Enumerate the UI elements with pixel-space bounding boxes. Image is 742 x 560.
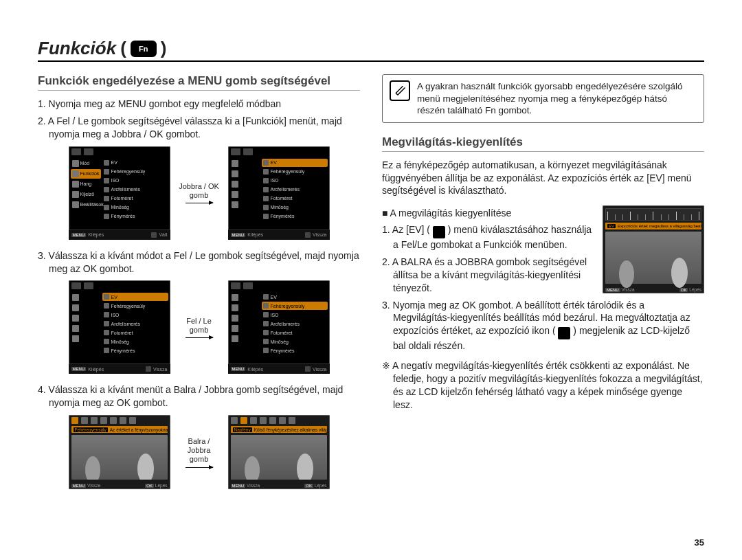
arrow-1: Jobbra / OK gomb	[177, 182, 221, 203]
lcd-menu-d: EV Fehéregyensúly ISO Arcfelismerés Foto…	[228, 280, 330, 374]
step-3: 3. Válassza ki a kívánt módot a Fel / Le…	[38, 249, 360, 276]
left-column: Funkciók engedélyezése a MENU gomb segít…	[38, 74, 360, 499]
arrow-2: Fel / Le gomb	[177, 317, 221, 338]
ev-plusminus-icon: ±	[433, 226, 445, 238]
page-title-row: Funkciók ( Fn )	[38, 38, 704, 62]
lcd-menu-b: EV Fehéregyensúly ISO Arcfelismerés Foto…	[228, 146, 330, 240]
step-4: 4. Válassza ki a kívánt menüt a Balra / …	[38, 383, 360, 410]
page-title: Funkciók	[38, 38, 116, 59]
camera-fn-icon: Fn	[131, 41, 157, 57]
paren-open: (	[120, 38, 126, 59]
lcd-photo-b: NapfényKülső fényképezéshez alkalmas vil…	[228, 415, 330, 489]
page-number: 35	[695, 537, 704, 548]
step-1: 1. Nyomja meg az MENU gombot egy megfele…	[38, 98, 360, 111]
arrow-3: Balra / Jobbra gomb	[177, 437, 221, 468]
right-subtitle: Megvilágítás-kiegyenlítés	[382, 135, 704, 152]
tip-text: A gyakran használt funkciók gyorsabb eng…	[417, 80, 697, 117]
left-subtitle: Funkciók engedélyezése a MENU gomb segít…	[38, 74, 360, 91]
step-2: 2. A Fel / Le gombok segítségével válass…	[38, 115, 360, 141]
tip-box: A gyakran használt funkciók gyorsabb eng…	[382, 74, 704, 123]
screens-row-3: FehéregyensúlyAz értéket a fényviszonyok…	[38, 415, 360, 489]
ev-intro: Ez a fényképezőgép automatikusan, a körn…	[382, 159, 704, 198]
screens-row-2: EV Fehéregyensúly ISO Arcfelismerés Foto…	[38, 280, 360, 374]
lcd-photo-a: FehéregyensúlyAz értéket a fényviszonyok…	[69, 415, 170, 489]
paren-close: )	[161, 38, 167, 59]
screens-row-1: Mód Funkciók Hang Kijelző Beállítások EV…	[38, 146, 360, 240]
ev-note: ※ A negatív megvilágítás-kiegyenlítés ér…	[382, 359, 704, 412]
ev-step-3: 3. Nyomja meg az OK gombot. A beállított…	[382, 299, 704, 353]
lcd-menu-a: Mód Funkciók Hang Kijelző Beállítások EV…	[69, 146, 170, 240]
right-column: A gyakran használt funkciók gyorsabb eng…	[382, 74, 704, 499]
lcd-ev: EVExpozíciós érték megadása a világosság…	[603, 205, 704, 293]
note-icon	[390, 80, 410, 101]
lcd-menu-c: EV Fehéregyensúly ISO Arcfelismerés Foto…	[69, 280, 170, 374]
ev-plusminus-icon-2: ±	[558, 327, 570, 339]
